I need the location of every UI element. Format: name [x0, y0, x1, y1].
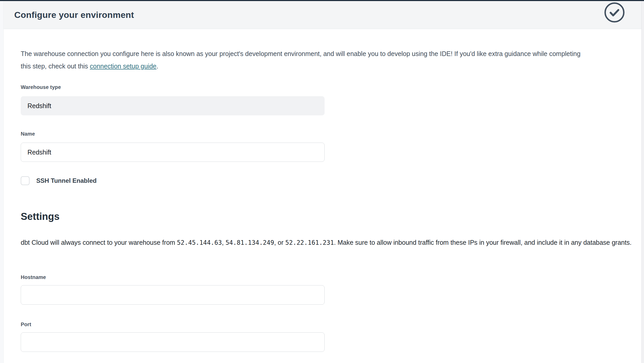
warehouse-type-value: Redshift [27, 102, 51, 110]
ip-address-2: 54.81.134.249 [225, 239, 274, 246]
ssh-tunnel-row: SSH Tunnel Enabled [21, 176, 97, 185]
settings-text-2: . Make sure to allow inbound traffic fro… [334, 239, 632, 246]
ssh-tunnel-checkbox[interactable] [21, 176, 30, 185]
name-label: Name [21, 131, 35, 137]
warehouse-type-label: Warehouse type [21, 84, 61, 90]
intro-text-after-link: . [156, 62, 158, 70]
port-label: Port [21, 322, 31, 327]
settings-heading: Settings [21, 211, 60, 222]
ip-address-3: 52.22.161.231 [285, 239, 334, 246]
settings-text-1: dbt Cloud will always connect to your wa… [21, 239, 177, 246]
warehouse-type-field: Redshift [21, 96, 325, 115]
step-complete-check-icon [604, 2, 625, 23]
page-title: Configure your environment [14, 10, 134, 20]
settings-description: dbt Cloud will always connect to your wa… [21, 236, 632, 249]
settings-separator-2: , or [274, 239, 285, 246]
page-left-margin [0, 1, 4, 363]
intro-paragraph: The warehouse connection you configure h… [21, 47, 583, 72]
hostname-input[interactable] [21, 285, 325, 305]
ip-address-1: 52.45.144.63 [177, 239, 222, 246]
configure-environment-page: Configure your environment The warehouse… [0, 0, 644, 363]
port-input[interactable] [21, 332, 325, 352]
card-header: Configure your environment [4, 1, 641, 29]
hostname-label: Hostname [21, 274, 46, 280]
card-body: The warehouse connection you configure h… [4, 29, 641, 363]
name-input[interactable] [21, 143, 325, 162]
scrollbar-track[interactable] [641, 1, 644, 363]
connection-setup-guide-link[interactable]: connection setup guide [90, 62, 156, 70]
ssh-tunnel-label: SSH Tunnel Enabled [36, 177, 97, 184]
settings-separator-1: , [222, 239, 225, 246]
